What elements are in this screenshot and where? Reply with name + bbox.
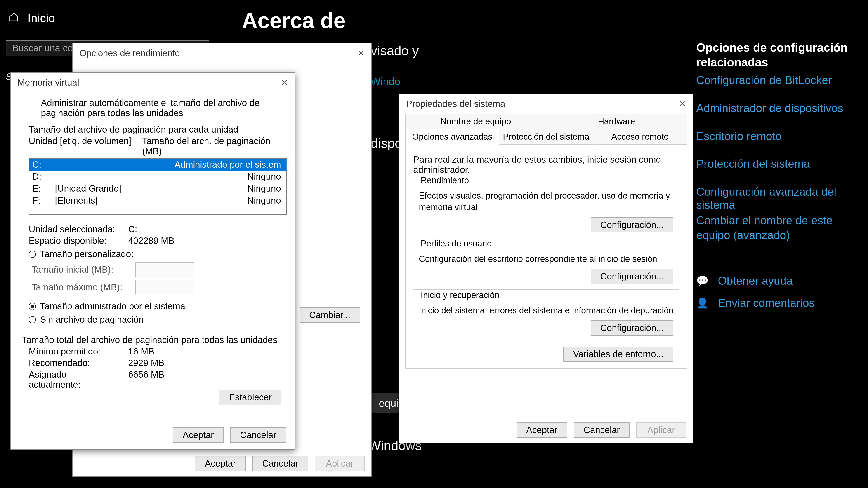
text-fragment-supervised: visado y: [371, 43, 419, 58]
cancel-button[interactable]: Cancelar: [252, 456, 308, 471]
min-allowed-value: 16 MB: [128, 346, 154, 357]
group-startup-recovery: Inicio y recuperación Inicio del sistema…: [413, 295, 679, 341]
link-advanced-system[interactable]: Configuración avanzada del sistema: [696, 185, 868, 212]
currently-allocated-value: 6656 MB: [128, 369, 164, 390]
recommended-label: Recomendado:: [29, 358, 119, 368]
system-properties-dialog: Propiedades del sistema ✕ Nombre de equi…: [399, 94, 693, 443]
ok-button[interactable]: Aceptar: [195, 456, 246, 471]
apply-button: Aplicar: [636, 422, 686, 437]
min-allowed-label: Mínimo permitido:: [29, 346, 119, 357]
auto-manage-checkbox-row[interactable]: Administrar automáticamente el tamaño de…: [29, 98, 287, 118]
total-size-heading: Tamaño total del archivo de paginación p…: [22, 335, 287, 345]
ok-button[interactable]: Aceptar: [517, 422, 567, 437]
vm-dialog-title: Memoria virtual: [18, 77, 79, 88]
size-per-drive-label: Tamaño del archivo de paginación para ca…: [29, 125, 287, 135]
link-bitlocker[interactable]: Configuración de BitLocker: [696, 74, 832, 87]
max-size-label: Tamaño máximo (MB):: [31, 282, 122, 292]
group-user-profiles: Perfiles de usuario Configuración del es…: [413, 244, 679, 290]
drive-row[interactable]: F: [Elements] Ninguno: [29, 195, 286, 206]
group-user-profiles-desc: Configuración del escritorio correspondi…: [419, 253, 673, 265]
tab-remote-access[interactable]: Acceso remoto: [593, 129, 687, 144]
radio-system-managed[interactable]: Tamaño administrado por el sistema: [29, 301, 287, 311]
auto-manage-label: Administrar automáticamente el tamaño de…: [41, 98, 272, 118]
group-startup-recovery-desc: Inicio del sistema, errores del sistema …: [419, 305, 673, 316]
group-performance-desc: Efectos visuales, programación del proce…: [419, 190, 673, 213]
free-space-label: Espacio disponible:: [29, 236, 119, 246]
set-button[interactable]: Establecer: [219, 390, 281, 405]
related-settings-heading: Opciones de configuración relacionadas: [696, 40, 864, 70]
help-icon: 💬: [696, 275, 708, 287]
link-device-manager[interactable]: Administrador de dispositivos: [696, 102, 843, 115]
link-rename-pc-advanced[interactable]: Cambiar el nombre de este equipo (avanza…: [696, 213, 855, 242]
checkbox-icon[interactable]: [29, 100, 36, 107]
get-help-link[interactable]: 💬 Obtener ayuda: [696, 274, 793, 287]
cancel-button[interactable]: Cancelar: [574, 422, 629, 437]
initial-size-label: Tamaño inicial (MB):: [31, 265, 113, 275]
col-size-header: Tamaño del arch. de paginación (MB): [142, 136, 287, 156]
group-performance-legend: Rendimiento: [418, 175, 471, 185]
free-space-value: 402289 MB: [128, 236, 175, 246]
radio-icon[interactable]: [29, 303, 36, 310]
cancel-button[interactable]: Cancelar: [230, 427, 286, 443]
drive-row[interactable]: D: Ninguno: [29, 170, 286, 183]
text-fragment-windows-link[interactable]: Windo: [371, 75, 400, 88]
drive-row[interactable]: E: [Unidad Grande] Ninguno: [29, 183, 286, 195]
recommended-value: 2929 MB: [128, 358, 164, 368]
tab-computer-name[interactable]: Nombre de equipo: [405, 113, 546, 129]
apply-button: Aplicar: [315, 456, 365, 471]
max-size-input[interactable]: [135, 280, 194, 294]
group-user-profiles-legend: Perfiles de usuario: [418, 239, 495, 249]
group-performance: Rendimiento Efectos visuales, programaci…: [413, 181, 679, 238]
link-remote-desktop[interactable]: Escritorio remoto: [696, 130, 782, 143]
radio-no-paging[interactable]: Sin archivo de paginación: [29, 315, 287, 325]
startup-settings-button[interactable]: Configuración...: [591, 320, 673, 335]
env-variables-button[interactable]: Variables de entorno...: [563, 347, 673, 362]
tab-system-protection[interactable]: Protección del sistema: [499, 129, 593, 144]
search-placeholder-visible: Buscar una co: [12, 43, 73, 54]
initial-size-input[interactable]: [135, 262, 194, 277]
link-system-protection[interactable]: Protección del sistema: [696, 157, 810, 170]
perf-settings-button[interactable]: Configuración...: [591, 217, 673, 232]
radio-custom-size[interactable]: Tamaño personalizado:: [29, 249, 287, 259]
page-title: Acerca de: [242, 8, 346, 33]
tab-advanced-options[interactable]: Opciones avanzadas: [405, 129, 499, 144]
ok-button[interactable]: Aceptar: [173, 427, 223, 443]
drive-list[interactable]: C: Administrado por el sistem D: Ninguno…: [29, 158, 287, 215]
currently-allocated-label: Asignado actualmente:: [29, 369, 119, 390]
admin-note: Para realizar la mayoría de estos cambio…: [413, 155, 679, 175]
profiles-settings-button[interactable]: Configuración...: [591, 269, 673, 284]
close-icon[interactable]: ✕: [677, 98, 688, 109]
tab-hardware[interactable]: Hardware: [546, 113, 687, 129]
text-fragment-dispo: dispo: [371, 135, 402, 151]
selected-drive-value: C:: [128, 224, 137, 234]
send-feedback-link[interactable]: 👤 Enviar comentarios: [696, 296, 815, 310]
home-label: Inicio: [28, 11, 55, 25]
sys-dialog-title: Propiedades del sistema: [406, 99, 505, 109]
change-button[interactable]: Cambiar...: [300, 307, 360, 323]
perf-dialog-title: Opciones de rendimiento: [79, 48, 180, 58]
radio-icon[interactable]: [29, 316, 36, 323]
selected-drive-label: Unidad seleccionada:: [29, 224, 119, 234]
home-nav[interactable]: Inicio: [8, 11, 55, 25]
drive-row[interactable]: C: Administrado por el sistem: [29, 159, 286, 170]
close-icon[interactable]: ✕: [355, 47, 367, 59]
home-icon: [8, 11, 19, 25]
col-drive-header: Unidad [etiq. de volumen]: [29, 136, 133, 156]
close-icon[interactable]: ✕: [279, 76, 290, 88]
virtual-memory-dialog: Memoria virtual ✕ Administrar automática…: [10, 72, 295, 450]
radio-icon[interactable]: [29, 251, 36, 258]
group-startup-recovery-legend: Inicio y recuperación: [418, 290, 502, 300]
feedback-icon: 👤: [696, 297, 708, 309]
